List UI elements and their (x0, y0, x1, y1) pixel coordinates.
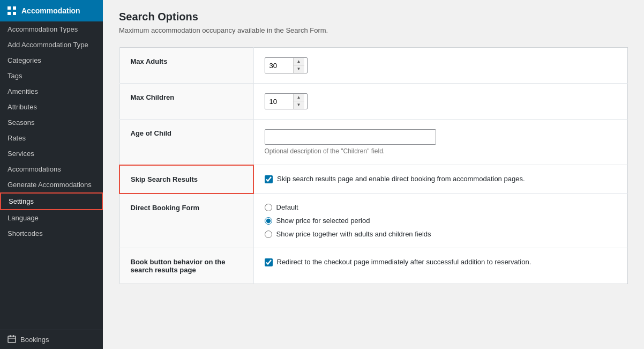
svg-rect-6 (13, 335, 14, 337)
accommodation-icon (6, 5, 17, 16)
max-adults-input-wrapper: 30 ▲ ▼ (265, 57, 308, 73)
sidebar-item-settings[interactable]: Settings (0, 192, 103, 210)
sidebar-item-services[interactable]: Services (0, 146, 103, 161)
age-of-child-description: Optional description of the "Children" f… (265, 147, 617, 155)
book-button-behavior-row: Book button behavior on the search resul… (119, 248, 628, 284)
max-children-value: 10 ▲ ▼ (253, 84, 628, 120)
svg-rect-1 (13, 6, 16, 10)
sidebar-title: Accommodation (21, 6, 80, 15)
radio-show-price-period-row: Show price for selected period (265, 217, 617, 225)
max-children-spinner: ▲ ▼ (293, 94, 304, 109)
age-of-child-value: Optional description of the "Children" f… (253, 120, 628, 165)
sidebar-item-bookings[interactable]: Bookings (0, 330, 103, 349)
book-button-behavior-checkbox-label: Redirect to the checkout page immediatel… (277, 258, 531, 266)
max-adults-value: 30 ▲ ▼ (253, 48, 628, 84)
svg-rect-0 (8, 6, 11, 10)
age-of-child-input[interactable] (265, 129, 436, 145)
skip-search-results-checkbox-label: Skip search results page and enable dire… (277, 175, 525, 183)
sidebar-item-categories[interactable]: Categories (0, 53, 103, 68)
skip-search-results-row: Skip Search Results Skip search results … (119, 165, 628, 194)
sidebar-item-seasons[interactable]: Seasons (0, 115, 103, 130)
main-content: Search Options Maximum accommodation occ… (103, 0, 644, 349)
max-adults-decrement[interactable]: ▼ (294, 65, 304, 73)
max-children-decrement[interactable]: ▼ (294, 101, 304, 109)
sidebar-item-accommodations[interactable]: Accommodations (0, 161, 103, 177)
direct-booking-form-radio-group: Default Show price for selected period S… (265, 203, 617, 238)
bookings-icon (8, 335, 16, 345)
radio-show-price-adults-children-label: Show price together with adults and chil… (276, 230, 431, 238)
svg-rect-2 (8, 12, 11, 15)
settings-table: Max Adults 30 ▲ ▼ Max Children 10 (119, 47, 628, 284)
svg-rect-4 (8, 336, 16, 343)
max-children-input[interactable]: 10 (265, 94, 293, 109)
max-adults-label: Max Adults (119, 48, 253, 84)
sidebar-item-shortcodes[interactable]: Shortcodes (0, 226, 103, 241)
max-adults-row: Max Adults 30 ▲ ▼ (119, 48, 628, 84)
skip-search-results-checkbox[interactable] (265, 175, 273, 183)
max-children-increment[interactable]: ▲ (294, 94, 304, 101)
book-button-behavior-checkbox[interactable] (265, 258, 273, 266)
max-adults-input[interactable]: 30 (265, 58, 293, 73)
skip-search-results-checkbox-row: Skip search results page and enable dire… (265, 175, 617, 183)
max-children-label: Max Children (119, 84, 253, 120)
skip-search-results-label: Skip Search Results (119, 165, 253, 194)
age-of-child-label: Age of Child (119, 120, 253, 165)
book-button-behavior-label: Book button behavior on the search resul… (119, 248, 253, 284)
direct-booking-form-row: Direct Booking Form Default Show price f… (119, 194, 628, 248)
sidebar-item-generate-accommodations[interactable]: Generate Accommodations (0, 177, 103, 192)
sidebar-item-add-accommodation-type[interactable]: Add Accommodation Type (0, 37, 103, 53)
direct-booking-form-label: Direct Booking Form (119, 194, 253, 248)
sidebar-navigation: Accommodation Types Add Accommodation Ty… (0, 21, 103, 241)
sidebar-item-language[interactable]: Language (0, 210, 103, 226)
skip-search-results-value: Skip search results page and enable dire… (253, 165, 628, 194)
radio-show-price-period-label: Show price for selected period (276, 217, 370, 225)
radio-default-label: Default (276, 203, 298, 211)
direct-booking-form-value: Default Show price for selected period S… (253, 194, 628, 248)
sidebar-header[interactable]: Accommodation (0, 0, 103, 21)
age-of-child-row: Age of Child Optional description of the… (119, 120, 628, 165)
max-adults-spinner: ▲ ▼ (293, 58, 304, 73)
radio-default-row: Default (265, 203, 617, 211)
radio-show-price-period[interactable] (265, 217, 272, 225)
sidebar: Accommodation Accommodation Types Add Ac… (0, 0, 103, 349)
sidebar-item-rates[interactable]: Rates (0, 130, 103, 146)
page-subtitle: Maximum accommodation occupancy availabl… (119, 26, 628, 34)
svg-rect-3 (13, 12, 16, 15)
sidebar-item-attributes[interactable]: Attributes (0, 99, 103, 115)
bookings-label: Bookings (20, 336, 49, 344)
max-children-input-wrapper: 10 ▲ ▼ (265, 93, 308, 109)
max-adults-increment[interactable]: ▲ (294, 58, 304, 65)
svg-rect-5 (10, 335, 11, 337)
radio-default[interactable] (265, 204, 272, 211)
radio-show-price-adults-children-row: Show price together with adults and chil… (265, 230, 617, 238)
sidebar-item-tags[interactable]: Tags (0, 68, 103, 84)
sidebar-item-amenities[interactable]: Amenities (0, 84, 103, 99)
book-button-behavior-checkbox-row: Redirect to the checkout page immediatel… (265, 258, 617, 266)
sidebar-item-accommodation-types[interactable]: Accommodation Types (0, 21, 103, 37)
max-children-row: Max Children 10 ▲ ▼ (119, 84, 628, 120)
sidebar-footer: Bookings (0, 330, 103, 349)
radio-show-price-adults-children[interactable] (265, 231, 272, 238)
page-title: Search Options (119, 11, 628, 23)
book-button-behavior-value: Redirect to the checkout page immediatel… (253, 248, 628, 284)
